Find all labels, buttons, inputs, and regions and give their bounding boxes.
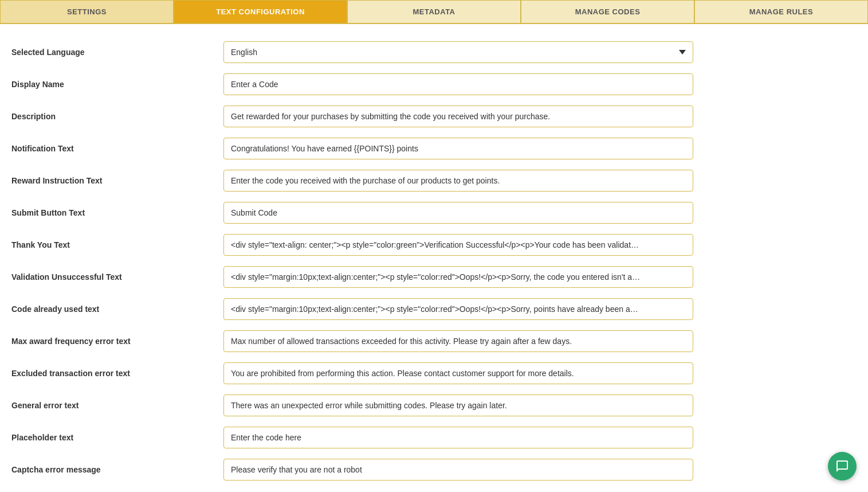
description-input[interactable] xyxy=(223,106,693,127)
placeholder-text-label: Placeholder text xyxy=(11,433,223,442)
validation-unsuccessful-text-input[interactable] xyxy=(223,266,693,288)
thank-you-text-row: Thank You Text xyxy=(11,234,857,256)
reward-instruction-text-input[interactable] xyxy=(223,170,693,192)
thank-you-text-label: Thank You Text xyxy=(11,240,223,249)
submit-button-text-label: Submit Button Text xyxy=(11,208,223,217)
validation-unsuccessful-text-row: Validation Unsuccessful Text xyxy=(11,266,857,288)
max-award-frequency-error-text-label: Max award frequency error text xyxy=(11,337,223,346)
code-already-used-text-input[interactable] xyxy=(223,298,693,320)
captcha-error-message-input[interactable] xyxy=(223,459,693,481)
notification-text-row: Notification Text xyxy=(11,138,857,159)
thank-you-text-input[interactable] xyxy=(223,234,693,256)
excluded-transaction-error-text-row: Excluded transaction error text xyxy=(11,362,857,384)
display-name-row: Display Name xyxy=(11,73,857,95)
tab-metadata[interactable]: METADATA xyxy=(347,0,521,23)
main-content: Selected Language English French Spanish… xyxy=(0,24,868,492)
notification-text-input[interactable] xyxy=(223,138,693,159)
validation-unsuccessful-text-label: Validation Unsuccessful Text xyxy=(11,272,223,282)
general-error-text-input[interactable] xyxy=(223,395,693,416)
chat-button[interactable] xyxy=(828,452,857,481)
tab-manage-rules[interactable]: MANAGE RULES xyxy=(694,0,868,23)
tab-manage-codes[interactable]: MANAGE CODES xyxy=(521,0,694,23)
placeholder-text-row: Placeholder text xyxy=(11,427,857,448)
max-award-frequency-error-text-row: Max award frequency error text xyxy=(11,330,857,352)
tab-text-configuration[interactable]: TEXT CONFIGURATION xyxy=(174,0,347,23)
code-already-used-text-row: Code already used text xyxy=(11,298,857,320)
description-row: Description xyxy=(11,106,857,127)
code-already-used-text-label: Code already used text xyxy=(11,304,223,314)
submit-button-text-row: Submit Button Text xyxy=(11,202,857,224)
tab-navigation: SETTINGS TEXT CONFIGURATION METADATA MAN… xyxy=(0,0,868,24)
selected-language-label: Selected Language xyxy=(11,48,223,57)
selected-language-row: Selected Language English French Spanish… xyxy=(11,41,857,63)
max-award-frequency-error-text-input[interactable] xyxy=(223,330,693,352)
submit-button-text-input[interactable] xyxy=(223,202,693,224)
reward-instruction-text-row: Reward Instruction Text xyxy=(11,170,857,192)
selected-language-select[interactable]: English French Spanish German xyxy=(223,41,693,63)
excluded-transaction-error-text-label: Excluded transaction error text xyxy=(11,369,223,378)
display-name-input[interactable] xyxy=(223,73,693,95)
display-name-label: Display Name xyxy=(11,80,223,89)
general-error-text-label: General error text xyxy=(11,401,223,410)
notification-text-label: Notification Text xyxy=(11,144,223,153)
captcha-error-message-label: Captcha error message xyxy=(11,465,223,474)
excluded-transaction-error-text-input[interactable] xyxy=(223,362,693,384)
description-label: Description xyxy=(11,112,223,121)
tab-settings[interactable]: SETTINGS xyxy=(0,0,174,23)
captcha-error-message-row: Captcha error message xyxy=(11,459,857,481)
general-error-text-row: General error text xyxy=(11,395,857,416)
placeholder-text-input[interactable] xyxy=(223,427,693,448)
reward-instruction-text-label: Reward Instruction Text xyxy=(11,176,223,185)
